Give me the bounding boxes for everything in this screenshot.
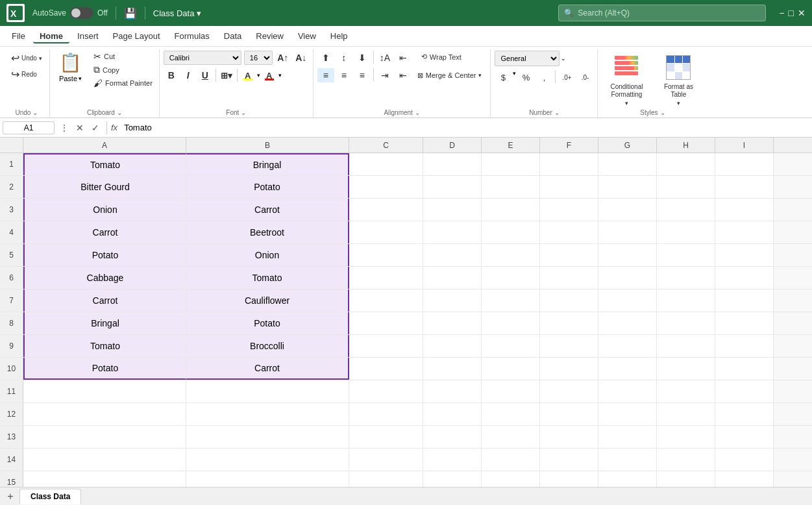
increase-indent-button[interactable]: ⇤ — [395, 68, 412, 82]
cell-e1[interactable] — [482, 153, 540, 175]
undo-button[interactable]: ↩ Undo ▾ — [8, 51, 45, 66]
cell-i11[interactable] — [715, 380, 774, 402]
cell-d13[interactable] — [423, 426, 482, 448]
row-num-12[interactable]: 12 — [0, 403, 23, 425]
cell-i5[interactable] — [715, 244, 774, 266]
cell-h13[interactable] — [657, 426, 715, 448]
font-shrink-button[interactable]: A↓ — [293, 51, 309, 65]
cell-b8[interactable]: Potato — [186, 312, 349, 334]
cell-d9[interactable] — [423, 335, 482, 357]
menu-data[interactable]: Data — [217, 29, 248, 43]
cell-e10[interactable] — [482, 358, 540, 380]
cell-f3[interactable] — [540, 199, 598, 221]
cell-e5[interactable] — [482, 244, 540, 266]
cell-e2[interactable] — [482, 176, 540, 198]
cell-b6[interactable]: Tomato — [186, 267, 349, 289]
row-num-13[interactable]: 13 — [0, 426, 23, 448]
cell-d3[interactable] — [423, 199, 482, 221]
cell-a9[interactable]: Tomato — [23, 335, 186, 357]
format-as-table-button[interactable]: Format as Table ▾ — [654, 51, 703, 109]
menu-help[interactable]: Help — [324, 29, 354, 43]
cell-g13[interactable] — [598, 426, 657, 448]
font-color-dropdown-icon[interactable]: ▾ — [278, 72, 282, 79]
cell-i1[interactable] — [715, 153, 774, 175]
cell-e14[interactable] — [482, 449, 540, 471]
cell-a5[interactable]: Potato — [23, 244, 186, 266]
minimize-btn[interactable]: − — [779, 8, 784, 18]
cell-f8[interactable] — [540, 312, 598, 334]
cell-a1[interactable]: Tomato — [23, 153, 186, 175]
cell-h14[interactable] — [657, 449, 715, 471]
cell-f9[interactable] — [540, 335, 598, 357]
sheet-tab-class-data[interactable]: Class Data — [19, 489, 81, 504]
cell-c12[interactable] — [349, 403, 423, 425]
font-color-button[interactable]: A — [262, 68, 277, 82]
col-header-g[interactable]: G — [598, 138, 657, 153]
cell-c5[interactable] — [349, 244, 423, 266]
cell-i14[interactable] — [715, 449, 774, 471]
cell-b1[interactable]: Bringal — [186, 153, 349, 175]
formula-confirm-button[interactable]: ✓ — [88, 121, 103, 135]
cell-b7[interactable]: Cauliflower — [186, 289, 349, 312]
cell-i6[interactable] — [715, 267, 774, 289]
cell-e7[interactable] — [482, 289, 540, 312]
col-header-a[interactable]: A — [23, 138, 186, 153]
cell-b2[interactable]: Potato — [186, 176, 349, 198]
cell-a14[interactable] — [23, 449, 186, 471]
cell-h6[interactable] — [657, 267, 715, 289]
col-header-i[interactable]: I — [715, 138, 774, 153]
cell-f10[interactable] — [540, 358, 598, 380]
merge-center-button[interactable]: ⊠ Merge & Center ▾ — [413, 68, 487, 82]
cell-i9[interactable] — [715, 335, 774, 357]
redo-button[interactable]: ↪ Redo — [8, 67, 40, 82]
cell-c13[interactable] — [349, 426, 423, 448]
cell-f7[interactable] — [540, 289, 598, 312]
text-direction-button[interactable]: ↕A — [376, 51, 393, 65]
cell-a11[interactable] — [23, 380, 186, 402]
cell-i13[interactable] — [715, 426, 774, 448]
comma-button[interactable]: , — [535, 70, 552, 84]
cell-i12[interactable] — [715, 403, 774, 425]
styles-expand-icon[interactable]: ⌄ — [660, 109, 665, 116]
align-right-button[interactable]: ≡ — [354, 68, 371, 82]
cell-a13[interactable] — [23, 426, 186, 448]
cell-g11[interactable] — [598, 380, 657, 402]
cond-format-dropdown[interactable]: ▾ — [625, 100, 628, 106]
fill-color-button[interactable]: A — [240, 68, 256, 82]
cell-a7[interactable]: Carrot — [23, 289, 186, 312]
cell-c4[interactable] — [349, 221, 423, 243]
cell-g9[interactable] — [598, 335, 657, 357]
font-grow-button[interactable]: A↑ — [275, 51, 291, 65]
cell-i10[interactable] — [715, 358, 774, 380]
cell-h1[interactable] — [657, 153, 715, 175]
cell-e12[interactable] — [482, 403, 540, 425]
format-table-dropdown[interactable]: ▾ — [677, 100, 680, 106]
cell-d6[interactable] — [423, 267, 482, 289]
cell-i3[interactable] — [715, 199, 774, 221]
cell-d4[interactable] — [423, 221, 482, 243]
cell-g6[interactable] — [598, 267, 657, 289]
menu-home[interactable]: Home — [33, 29, 69, 43]
cell-f14[interactable] — [540, 449, 598, 471]
cell-g14[interactable] — [598, 449, 657, 471]
row-num-9[interactable]: 9 — [0, 335, 23, 357]
decrease-indent-button[interactable]: ⇥ — [376, 68, 393, 82]
formula-input[interactable] — [120, 123, 809, 132]
align-middle-button[interactable]: ↕ — [336, 51, 352, 65]
cut-button[interactable]: ✂ Cut — [91, 51, 155, 62]
cell-d14[interactable] — [423, 449, 482, 471]
cell-i4[interactable] — [715, 221, 774, 243]
cell-f11[interactable] — [540, 380, 598, 402]
formula-more-button[interactable]: ⋮ — [57, 121, 71, 135]
cell-e13[interactable] — [482, 426, 540, 448]
cell-d10[interactable] — [423, 358, 482, 380]
cell-g7[interactable] — [598, 289, 657, 312]
cell-i8[interactable] — [715, 312, 774, 334]
col-header-c[interactable]: C — [349, 138, 423, 153]
cell-e3[interactable] — [482, 199, 540, 221]
decimal-decrease-button[interactable]: .0- — [576, 70, 593, 84]
row-num-7[interactable]: 7 — [0, 289, 23, 312]
cell-c1[interactable] — [349, 153, 423, 175]
cell-d2[interactable] — [423, 176, 482, 198]
row-num-14[interactable]: 14 — [0, 449, 23, 471]
